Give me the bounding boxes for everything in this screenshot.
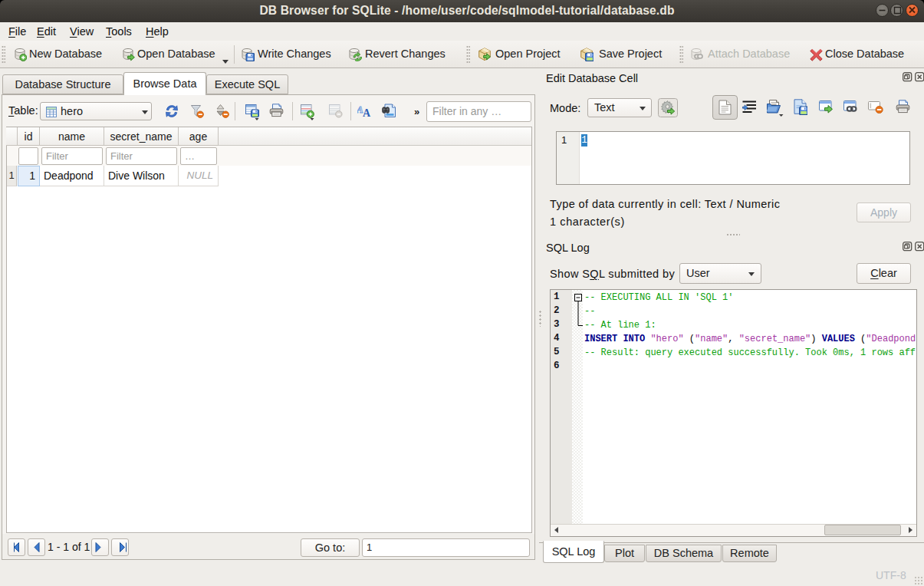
svg-text:A: A — [363, 107, 371, 119]
